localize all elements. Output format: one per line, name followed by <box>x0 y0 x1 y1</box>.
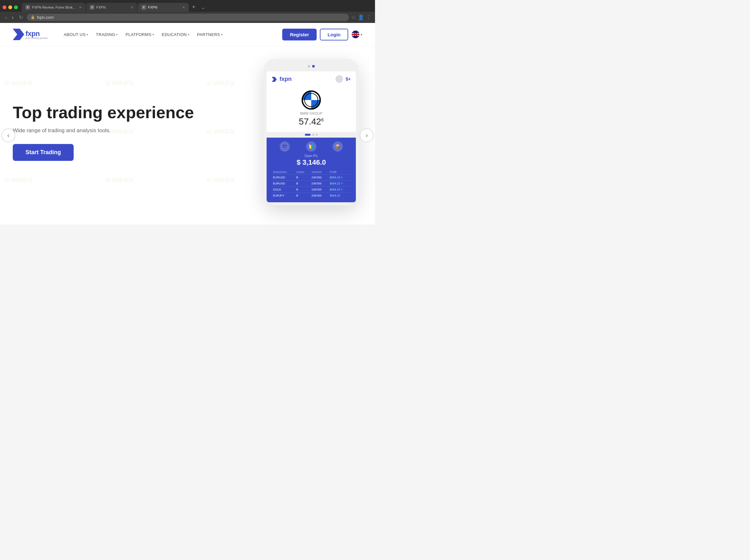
hero-prev-button[interactable]: ‹ <box>1 128 15 142</box>
table-cell: 236'000 <box>310 187 329 193</box>
phone-add-button[interactable]: $+ <box>346 77 351 82</box>
lock-icon: 🔒 <box>31 15 35 19</box>
table-cell: B <box>295 187 310 193</box>
nav-item-education[interactable]: EDUCATION ▾ <box>158 30 193 39</box>
nav-actions: Register Login ▾ <box>282 29 362 40</box>
stock-price: 57.426 <box>272 117 351 127</box>
tab-favicon-1: F <box>25 5 30 9</box>
phone-indicator-1 <box>305 134 311 136</box>
navbar: fxpn your trading partner ABOUT US ▾ TRA… <box>0 23 375 46</box>
phone-logo-icon <box>272 77 277 82</box>
tab-close-1[interactable]: × <box>79 5 82 10</box>
phone-screen: fxpn $+ BMW GROUP <box>267 71 356 202</box>
logo-text: fxpn <box>25 29 40 38</box>
browser-chrome: F FXPN Review, Forex Broker&... × F FXPN… <box>0 0 375 23</box>
hero-right: fxpn $+ BMW GROUP <box>260 59 362 205</box>
chevron-down-icon: ▾ <box>221 33 222 36</box>
table-cell: $569.22 > <box>329 174 351 181</box>
table-cell: B <box>295 174 310 181</box>
tab-favicon-3: F <box>142 5 146 9</box>
url-text: fxpn.com <box>37 15 345 20</box>
table-cell: EURUSD <box>272 174 295 181</box>
table-cell: $569.22 <box>329 193 351 199</box>
table-cell: 236'000 <box>310 193 329 199</box>
reload-button[interactable]: ↻ <box>18 14 24 21</box>
profile-button[interactable]: 👤 <box>358 14 364 20</box>
toolbar-right: ☆ 👤 ⋮ <box>351 14 371 20</box>
hero-subtitle: Wide range of trading and analysis tools… <box>13 127 248 134</box>
phone-icon-shield: 🛡 <box>280 141 290 152</box>
tab-overflow-button[interactable]: ⌄ <box>199 3 208 11</box>
nav-item-trading[interactable]: TRADING ▾ <box>93 30 121 39</box>
table-row: GOLDB236'000$569.22 > <box>272 187 351 193</box>
open-pl-amount: $ 3,146.0 <box>272 158 351 167</box>
nav-item-platforms[interactable]: PLATFORMS ▾ <box>122 30 158 39</box>
logo-link[interactable]: fxpn your trading partner <box>13 29 48 40</box>
table-cell: 236'000 <box>310 174 329 181</box>
nav-links: ABOUT US ▾ TRADING ▾ PLATFORMS ▾ EDUCATI… <box>61 30 282 39</box>
address-bar: ‹ › ↻ 🔒 fxpn.com ☆ 👤 ⋮ <box>0 12 375 23</box>
website-content: ⊙ WikiFX ⊙ WikiFX ⊙ WikiFX ⊙ WikiFX ⊙ Wi… <box>0 23 375 225</box>
phone-mockup: fxpn $+ BMW GROUP <box>263 59 359 205</box>
browser-tab-3[interactable]: F FXPN × <box>138 3 189 12</box>
tab-title-1: FXPN Review, Forex Broker&... <box>32 5 77 9</box>
nav-item-partners[interactable]: PARTNERS ▾ <box>194 30 226 39</box>
browser-tab-1[interactable]: F FXPN Review, Forex Broker&... × <box>22 3 85 12</box>
back-button[interactable]: ‹ <box>4 14 8 21</box>
tab-close-2[interactable]: × <box>131 5 133 10</box>
col-header-action: Action <box>295 170 310 174</box>
nav-item-about[interactable]: ABOUT US ▾ <box>61 30 92 39</box>
bmw-ring <box>302 90 321 109</box>
table-cell: B <box>295 181 310 187</box>
flag-icon <box>351 30 360 39</box>
table-cell: $569.22 > <box>329 187 351 193</box>
open-pl-label: Open P/L <box>272 154 351 158</box>
col-header-instrument: Instrument <box>272 170 295 174</box>
table-row: EURJPYB236'000$569.22 <box>272 193 351 199</box>
phone-indicators <box>267 132 356 138</box>
tab-title-2: FXPN <box>96 5 129 9</box>
phone-icons-row: 🛡 🔰 📦 <box>272 141 351 152</box>
new-tab-button[interactable]: + <box>190 3 198 12</box>
table-cell: $569.22 > <box>329 181 351 187</box>
forward-button[interactable]: › <box>11 14 15 21</box>
phone-dot-2 <box>312 65 315 67</box>
table-cell: EURJPY <box>272 193 295 199</box>
language-selector[interactable]: ▾ <box>351 30 362 39</box>
table-row: EURUSDB236'000$569.22 > <box>272 181 351 187</box>
lang-chevron-icon: ▾ <box>361 33 362 36</box>
fullscreen-button[interactable] <box>14 5 18 9</box>
hero-next-button[interactable]: › <box>360 128 374 142</box>
chevron-down-icon: ▾ <box>153 33 154 36</box>
traffic-lights <box>3 5 18 9</box>
phone-header: fxpn $+ <box>267 71 356 87</box>
phone-indicator-2 <box>312 134 314 136</box>
browser-tab-2[interactable]: F FXPN × <box>86 3 137 12</box>
menu-button[interactable]: ⋮ <box>366 14 371 20</box>
shield-stack-icon: 🛡 <box>280 141 290 152</box>
tab-bar: F FXPN Review, Forex Broker&... × F FXPN… <box>0 0 375 12</box>
tab-close-3[interactable]: × <box>182 5 185 10</box>
register-button[interactable]: Register <box>282 29 317 40</box>
hero-title: Top trading experience <box>13 103 248 122</box>
chevron-down-icon: ▾ <box>188 33 190 36</box>
phone-stock-area: BMW GROUP 57.426 <box>267 87 356 132</box>
address-input[interactable]: 🔒 fxpn.com <box>27 14 349 21</box>
table-cell: 236'000 <box>310 181 329 187</box>
bookmark-button[interactable]: ☆ <box>351 14 356 20</box>
phone-trades-table: Instrument Action Amount Profit EURUSDB2… <box>272 170 351 199</box>
svg-marker-0 <box>13 29 24 40</box>
start-trading-button[interactable]: Start Trading <box>13 144 74 161</box>
close-button[interactable] <box>3 5 6 9</box>
phone-dot-1 <box>308 65 310 67</box>
box-icon: 📦 <box>333 141 343 152</box>
col-header-profit: Profit <box>329 170 351 174</box>
hero-left: Top trading experience Wide range of tra… <box>13 103 260 161</box>
shield-check-icon: 🔰 <box>306 141 316 152</box>
minimize-button[interactable] <box>8 5 12 9</box>
hero-section: ‹ Top trading experience Wide range of t… <box>0 46 375 225</box>
chevron-down-icon: ▾ <box>116 33 118 36</box>
logo-tagline: your trading partner <box>25 37 48 40</box>
table-row: EURUSDB236'000$569.22 > <box>272 174 351 181</box>
login-button[interactable]: Login <box>320 29 348 40</box>
